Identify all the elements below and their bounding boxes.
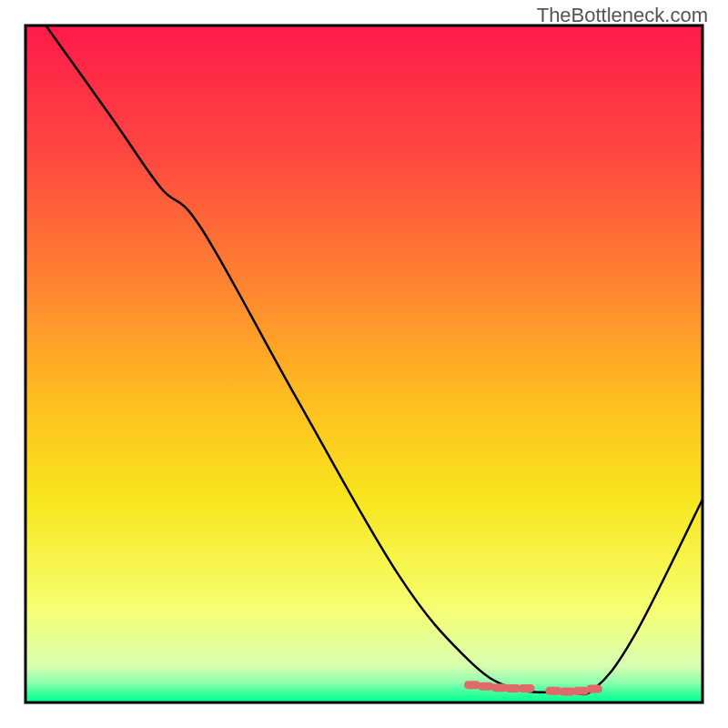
optimal-marker	[586, 685, 602, 693]
bottleneck-chart	[0, 0, 728, 728]
chart-background-gradient	[25, 25, 703, 703]
chart-container: TheBottleneck.com	[0, 0, 728, 728]
optimal-marker	[519, 684, 535, 693]
watermark-text: TheBottleneck.com	[537, 4, 708, 27]
